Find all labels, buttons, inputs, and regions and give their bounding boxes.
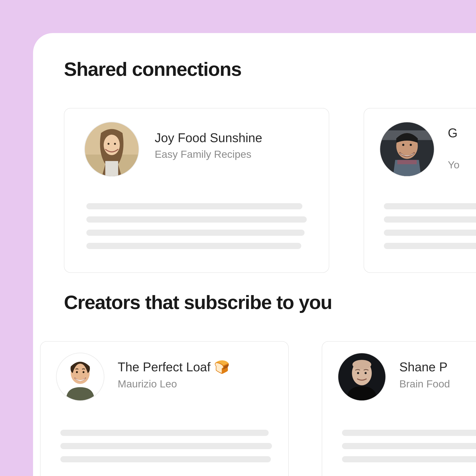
skeleton-placeholder [60, 430, 272, 469]
svg-point-17 [76, 371, 78, 373]
avatar [56, 353, 104, 401]
svg-point-21 [352, 360, 371, 369]
section-title-subscribers: Creators that subscribe to you [64, 293, 332, 312]
skeleton-placeholder [384, 203, 476, 256]
subscriber-card[interactable]: The Perfect Loaf 🍞 Maurizio Leo [40, 341, 289, 476]
svg-point-4 [107, 143, 110, 145]
svg-point-5 [114, 143, 116, 145]
skeleton-placeholder [86, 203, 307, 256]
avatar [84, 122, 139, 177]
svg-point-11 [410, 144, 412, 146]
content-panel: Shared connections Joy Food Sunshine Eas… [33, 33, 476, 476]
svg-rect-14 [397, 160, 417, 164]
avatar [338, 353, 386, 401]
subscriber-subtitle: Maurizio Leo [118, 378, 177, 390]
section-title-shared: Shared connections [64, 60, 241, 79]
connection-subtitle: Yo [448, 159, 459, 171]
svg-point-22 [357, 372, 359, 374]
svg-point-23 [364, 372, 366, 374]
connection-subtitle: Easy Family Recipes [155, 148, 252, 160]
subscriber-name: The Perfect Loaf 🍞 [118, 360, 230, 374]
connection-name: G [448, 126, 458, 140]
svg-point-10 [402, 144, 404, 146]
subscriber-subtitle: Brain Food [399, 378, 450, 390]
skeleton-placeholder [342, 430, 476, 469]
subscriber-name: Shane P [399, 360, 448, 374]
connection-card[interactable]: G Yo [364, 108, 476, 273]
avatar [379, 122, 435, 177]
subscriber-card[interactable]: Shane P Brain Food [322, 341, 476, 476]
svg-rect-6 [105, 161, 118, 176]
svg-point-18 [83, 371, 85, 373]
connection-card[interactable]: Joy Food Sunshine Easy Family Recipes [64, 108, 329, 273]
connection-name: Joy Food Sunshine [155, 131, 262, 145]
